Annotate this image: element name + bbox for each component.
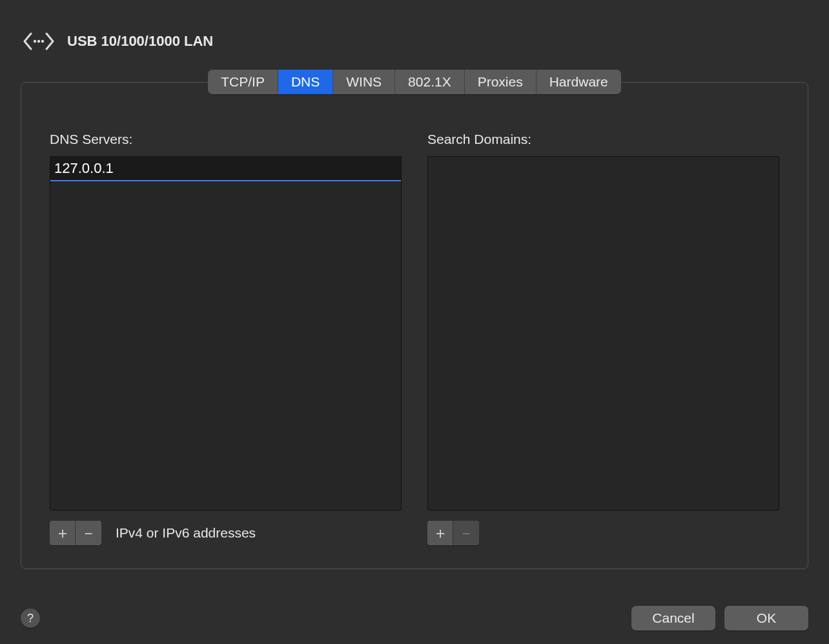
tab-dns[interactable]: DNS [278, 70, 333, 94]
network-dns-window: USB 10/100/1000 LAN TCP/IP DNS WINS 802.… [0, 0, 829, 644]
tab-proxies[interactable]: Proxies [465, 70, 537, 94]
svg-point-1 [37, 40, 40, 43]
tab-bar: TCP/IP DNS WINS 802.1X Proxies Hardware [208, 70, 621, 94]
search-domains-add-remove-group: ＋ － [427, 521, 479, 545]
content-panel: DNS Servers: ＋ － IPv4 or I [21, 82, 808, 569]
help-button[interactable]: ? [21, 609, 40, 628]
dns-remove-button[interactable]: － [76, 521, 101, 545]
ok-button[interactable]: OK [724, 606, 808, 630]
search-domains-remove-button: － [453, 521, 479, 545]
dns-add-remove-group: ＋ － [50, 521, 101, 545]
search-domains-label: Search Domains: [427, 132, 779, 147]
window-header: USB 10/100/1000 LAN [0, 0, 829, 70]
dns-servers-column: DNS Servers: ＋ － IPv4 or I [50, 132, 402, 545]
dns-servers-list[interactable] [50, 156, 402, 510]
plus-icon: ＋ [55, 525, 70, 541]
svg-point-2 [41, 40, 44, 43]
search-domains-column: Search Domains: ＋ － [427, 132, 779, 545]
plus-icon: ＋ [433, 525, 448, 541]
dns-server-input[interactable] [54, 160, 145, 177]
dns-hint: IPv4 or IPv6 addresses [116, 525, 256, 541]
bottom-bar: ? Cancel OK [0, 592, 829, 644]
dns-server-row-editing[interactable] [50, 157, 401, 181]
dns-servers-label: DNS Servers: [50, 132, 402, 147]
tab-hardware[interactable]: Hardware [537, 70, 621, 94]
dns-add-button[interactable]: ＋ [50, 521, 76, 545]
question-icon: ? [27, 612, 34, 625]
window-title: USB 10/100/1000 LAN [67, 33, 213, 50]
ethernet-icon [23, 26, 54, 57]
minus-icon: － [458, 525, 474, 541]
minus-icon: － [81, 525, 96, 541]
search-domains-add-button[interactable]: ＋ [427, 521, 453, 545]
tab-wins[interactable]: WINS [333, 70, 395, 94]
tab-tcpip[interactable]: TCP/IP [208, 70, 278, 94]
svg-point-0 [34, 40, 36, 43]
tab-8021x[interactable]: 802.1X [395, 70, 465, 94]
search-domains-list[interactable] [427, 156, 779, 510]
cancel-button[interactable]: Cancel [631, 606, 715, 630]
